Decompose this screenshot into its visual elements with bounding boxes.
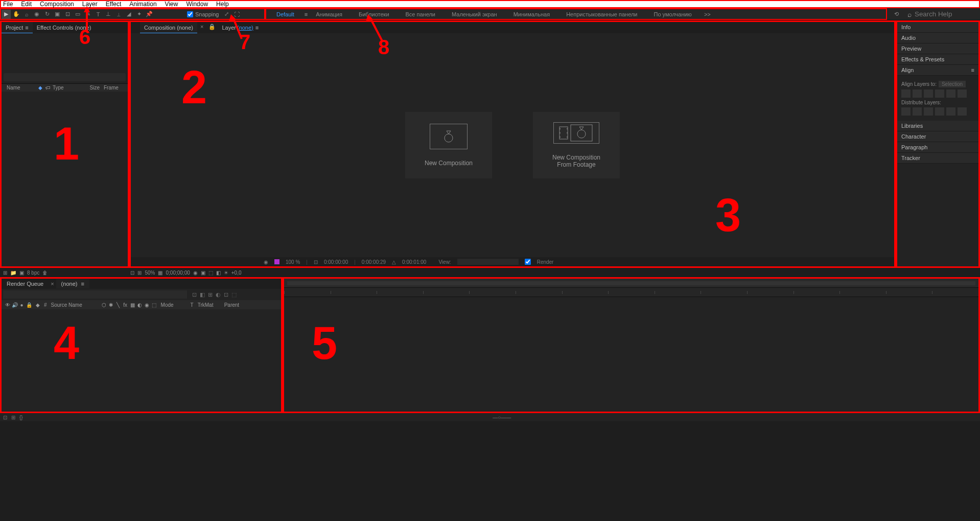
audio-toggle-icon[interactable]: 🔊 [12, 302, 17, 308]
panel-audio[interactable]: Audio [897, 33, 978, 43]
rotate-tool-icon[interactable]: ↻ [42, 10, 52, 19]
help-search[interactable] [907, 10, 976, 18]
panel-preview[interactable]: Preview [897, 43, 978, 54]
snapping-toggle[interactable]: Snapping [187, 11, 219, 17]
menu-view[interactable]: View [161, 1, 182, 8]
view-dropdown[interactable] [457, 259, 519, 265]
dist-6-icon[interactable] [958, 107, 967, 116]
workspace-animation[interactable]: Анимация [308, 11, 351, 17]
panel-align[interactable]: Align≡ [897, 65, 978, 76]
menu-window[interactable]: Window [182, 1, 212, 8]
workspace-default[interactable]: Default [268, 11, 302, 17]
collapse-icon[interactable]: ✱ [108, 302, 114, 308]
comp-time-2[interactable]: 0:00:00:29 [362, 259, 386, 265]
timeline-ruler[interactable] [284, 288, 978, 297]
workspace-smallscreen[interactable]: Маленький экран [444, 11, 505, 17]
puppet-tool-icon[interactable]: 📌 [145, 10, 154, 19]
workspace-libraries[interactable]: Библиотеки [351, 11, 398, 17]
tab-close-icon[interactable]: × [197, 22, 206, 33]
exposure-icon[interactable]: ☀ [224, 270, 228, 276]
none-tab-menu-icon[interactable]: ≡ [81, 281, 84, 287]
workspace-allpanels[interactable]: Все панели [398, 11, 444, 17]
footer-dot-icon[interactable]: ◉ [264, 259, 268, 265]
roto-tool-icon[interactable]: ✦ [134, 10, 144, 19]
hash-col[interactable]: # [44, 302, 47, 308]
project-items-area[interactable] [2, 92, 128, 240]
align-bottom-icon[interactable] [958, 89, 967, 98]
toggle-modes-icon[interactable]: ⊞ [11, 415, 15, 420]
selection-tool-icon[interactable]: ▶ [2, 10, 11, 19]
mid-time[interactable]: 0;00;00;00 [166, 270, 190, 276]
lock-toggle-icon[interactable]: 🔒 [26, 302, 32, 308]
3d-layer-icon[interactable]: ⬚ [151, 302, 157, 308]
tl-icon-1[interactable]: ⊡ [192, 291, 197, 298]
menu-composition[interactable]: Composition [36, 1, 78, 8]
dist-2-icon[interactable] [913, 107, 922, 116]
tl-icon-6[interactable]: ⬚ [231, 291, 237, 298]
panel-tracker[interactable]: Tracker [897, 153, 978, 164]
label-col-icon[interactable]: ◆ [36, 302, 40, 308]
new-composition-button[interactable]: New Composition [405, 112, 492, 178]
align-to-dropdown[interactable]: Selection [939, 81, 966, 87]
pen-tool-icon[interactable]: ✎ [83, 10, 92, 19]
col-label-icon[interactable]: ◆ [36, 85, 43, 90]
render-queue-tab[interactable]: Render Queue [2, 279, 49, 288]
snap-icon[interactable]: ◉ [193, 270, 198, 276]
eraser-tool-icon[interactable]: ◢ [124, 10, 133, 19]
project-tab[interactable]: Project ≡ [2, 22, 33, 33]
project-search-input[interactable] [4, 73, 126, 81]
trash-icon[interactable]: 🗑 [42, 270, 48, 276]
camera-tool-icon[interactable]: ▣ [53, 10, 62, 19]
comp-icon-small[interactable]: ▣ [19, 270, 24, 276]
comp-time-1[interactable]: 0:00:00:00 [324, 259, 348, 265]
reset-workspace-icon[interactable]: ⟲ [892, 10, 901, 19]
dist-4-icon[interactable] [935, 107, 944, 116]
solo-toggle-icon[interactable]: ● [19, 302, 25, 308]
zoom-slider[interactable]: —○—— [493, 415, 511, 420]
rect-tool-icon[interactable]: ▭ [73, 10, 82, 19]
lock-icon[interactable]: 🔒 [206, 22, 218, 33]
align-right-icon[interactable] [924, 89, 933, 98]
layer-tab-link[interactable]: (none) [237, 25, 253, 31]
mode-col[interactable]: Mode [161, 302, 186, 308]
comp-viewer[interactable]: New Composition New Composition From Foo… [131, 33, 894, 257]
stamp-tool-icon[interactable]: ⟂ [114, 10, 123, 19]
col-tag-icon[interactable]: 🏷 [43, 85, 51, 90]
timeline-search-input[interactable] [3, 290, 187, 299]
dist-1-icon[interactable] [901, 107, 911, 116]
tl-icon-4[interactable]: ◐ [216, 291, 221, 298]
quality-icon[interactable]: ╲ [115, 302, 121, 308]
align-vcenter-icon[interactable] [946, 89, 955, 98]
panel-character[interactable]: Character [897, 131, 978, 142]
effect-controls-tab[interactable]: Effect Controls (none) [33, 22, 96, 33]
panel-libraries[interactable]: Libraries [897, 121, 978, 131]
comp-zoom[interactable]: 100 % [286, 259, 300, 265]
snapping-checkbox[interactable] [187, 11, 193, 17]
help-search-input[interactable] [915, 10, 976, 18]
snapping-opt1-icon[interactable]: ⤢ [222, 10, 231, 19]
align-left-icon[interactable] [901, 89, 911, 98]
dist-3-icon[interactable] [924, 107, 933, 116]
bpc-value[interactable]: 8 bpc [27, 270, 39, 276]
t-col[interactable]: T [191, 302, 194, 308]
footer-color-swatch[interactable] [274, 259, 279, 264]
toggle-brackets-icon[interactable]: {} [19, 415, 23, 420]
comp-time-3[interactable]: 0:00:01:00 [402, 259, 426, 265]
toggle-switches-icon[interactable]: ⊡ [3, 415, 7, 420]
hand-tool-icon[interactable]: ✋ [12, 10, 21, 19]
align-menu-icon[interactable]: ≡ [971, 67, 974, 73]
timeline-none-tab[interactable]: (none) ≡ [56, 279, 89, 288]
workspace-minimal[interactable]: Минимальная [505, 11, 558, 17]
composition-tab[interactable]: Composition (none) [140, 22, 197, 33]
brush-tool-icon[interactable]: ⊥ [104, 10, 113, 19]
layer-tab-menu-icon[interactable]: ≡ [255, 25, 259, 31]
fx-icon[interactable]: fx [123, 302, 128, 308]
trkmat-col[interactable]: TrkMat [198, 302, 220, 308]
adjustment-icon[interactable]: ◉ [144, 302, 150, 308]
menu-effect[interactable]: Effect [102, 1, 125, 8]
frame-blend-icon[interactable]: ▦ [130, 302, 135, 308]
3d-icon[interactable]: ⬚ [208, 270, 213, 276]
menu-layer[interactable]: Layer [78, 1, 102, 8]
mid-offset[interactable]: +0,0 [231, 270, 242, 276]
mag-icon[interactable]: ⊡ [130, 270, 134, 276]
